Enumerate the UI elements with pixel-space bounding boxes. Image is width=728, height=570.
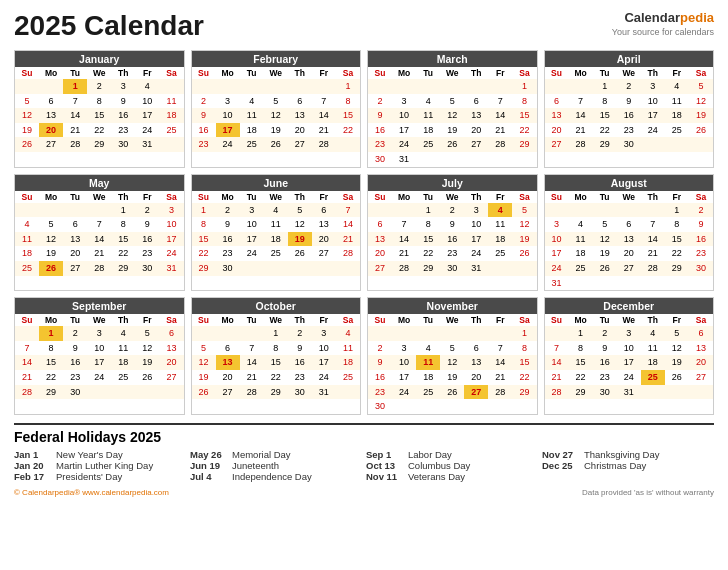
holiday-name: Juneteenth	[232, 460, 279, 471]
brand-name1: Calendar	[624, 10, 680, 25]
day-header-tu: Tu	[240, 67, 264, 79]
calendar-day: 18	[416, 123, 440, 138]
calendar-day: 2	[617, 79, 641, 94]
calendar-day: 14	[240, 355, 264, 370]
calendar-day: 20	[689, 355, 713, 370]
holiday-name: Thanksgiving Day	[584, 449, 660, 460]
calendar-day: 14	[336, 217, 360, 232]
calendar-day: 17	[312, 355, 336, 370]
holiday-item: May 26Memorial Day	[190, 449, 362, 460]
calendar-day: 24	[87, 370, 111, 385]
calendar-day: 7	[641, 217, 665, 232]
calendar-day: 29	[39, 385, 63, 400]
calendar-day: 26	[665, 370, 689, 385]
holiday-name: Labor Day	[408, 449, 452, 460]
calendar-day	[665, 385, 689, 400]
holidays-column: Nov 27Thanksgiving DayDec 25Christmas Da…	[542, 449, 714, 482]
day-header-th: Th	[641, 67, 665, 79]
day-header-fr: Fr	[488, 67, 512, 79]
calendar-day: 5	[264, 94, 288, 109]
calendar-day: 25	[159, 123, 183, 138]
calendar-day: 15	[665, 232, 689, 247]
calendar-day: 9	[440, 217, 464, 232]
calendar-day: 2	[216, 203, 240, 218]
day-header-sa: Sa	[512, 191, 536, 203]
calendar-day	[192, 79, 216, 94]
holiday-name: Veterans Day	[408, 471, 465, 482]
calendar-day: 18	[111, 355, 135, 370]
calendar-day	[336, 385, 360, 400]
calendar-day: 26	[15, 137, 39, 152]
calendar-day: 16	[216, 232, 240, 247]
calendar-day: 22	[593, 123, 617, 138]
calendar-day	[593, 276, 617, 291]
calendar-day	[440, 79, 464, 94]
calendar-day: 21	[87, 246, 111, 261]
calendar-day: 20	[368, 246, 392, 261]
calendar-day: 17	[216, 123, 240, 138]
calendar-day: 31	[159, 261, 183, 276]
month-block-january: JanuarySuMoTuWeThFrSa1234567891011121314…	[14, 50, 185, 168]
calendar-day: 30	[111, 137, 135, 152]
calendar-day	[464, 326, 488, 341]
month-block-november: NovemberSuMoTuWeThFrSa123456789101112131…	[367, 297, 538, 415]
footer-left: © Calendarpedia® www.calendarpedia.com	[14, 488, 169, 497]
calendar-day: 24	[545, 261, 569, 276]
holiday-item: Dec 25Christmas Day	[542, 460, 714, 471]
calendar-day	[240, 79, 264, 94]
holidays-column: Sep 1Labor DayOct 13Columbus DayNov 11Ve…	[366, 449, 538, 482]
calendar-day: 6	[689, 326, 713, 341]
calendar-day: 24	[135, 123, 159, 138]
calendar-day: 28	[641, 261, 665, 276]
day-header-we: We	[617, 314, 641, 326]
calendar-day: 2	[135, 203, 159, 218]
day-header-mo: Mo	[569, 67, 593, 79]
calendar-day: 8	[87, 94, 111, 109]
calendar-day	[87, 385, 111, 400]
day-header-sa: Sa	[336, 191, 360, 203]
calendar-day: 20	[39, 123, 63, 138]
month-title: May	[15, 175, 184, 191]
day-header-tu: Tu	[593, 314, 617, 326]
calendar-day: 18	[15, 246, 39, 261]
calendar-day	[63, 203, 87, 218]
month-title: July	[368, 175, 537, 191]
calendar-day: 14	[392, 232, 416, 247]
holidays-column: May 26Memorial DayJun 19JuneteenthJul 4I…	[190, 449, 362, 482]
calendar-day: 20	[216, 370, 240, 385]
calendar-day: 27	[464, 137, 488, 152]
calendar-day: 15	[512, 108, 536, 123]
calendar-day: 26	[192, 385, 216, 400]
day-header-su: Su	[192, 314, 216, 326]
calendar-day: 7	[240, 341, 264, 356]
calendar-day: 13	[545, 108, 569, 123]
calendar-day	[488, 399, 512, 414]
calendar-day: 8	[416, 217, 440, 232]
holiday-name: Christmas Day	[584, 460, 646, 471]
holiday-date: Nov 27	[542, 449, 580, 460]
day-header-fr: Fr	[312, 67, 336, 79]
footer: © Calendarpedia® www.calendarpedia.com D…	[14, 488, 714, 497]
calendar-day: 10	[392, 108, 416, 123]
day-header-tu: Tu	[63, 191, 87, 203]
calendar-day: 12	[665, 341, 689, 356]
calendar-day	[336, 261, 360, 276]
calendar-day: 29	[569, 385, 593, 400]
calendar-table: SuMoTuWeThFrSa12345678910111213141516171…	[192, 314, 361, 399]
calendar-day: 1	[336, 79, 360, 94]
holiday-name: Independence Day	[232, 471, 312, 482]
calendar-day: 31	[392, 152, 416, 167]
calendar-day	[336, 137, 360, 152]
holiday-item: Jan 1New Year's Day	[14, 449, 186, 460]
calendar-day	[488, 326, 512, 341]
calendar-day	[288, 261, 312, 276]
calendar-day: 9	[689, 217, 713, 232]
day-header-tu: Tu	[240, 314, 264, 326]
calendar-day: 5	[440, 341, 464, 356]
calendar-day: 23	[135, 246, 159, 261]
calendar-day: 6	[464, 94, 488, 109]
calendar-table: SuMoTuWeThFrSa12345678910111213141516171…	[545, 191, 714, 291]
holiday-item: Nov 27Thanksgiving Day	[542, 449, 714, 460]
holiday-date: Nov 11	[366, 471, 404, 482]
holiday-item: Jul 4Independence Day	[190, 471, 362, 482]
